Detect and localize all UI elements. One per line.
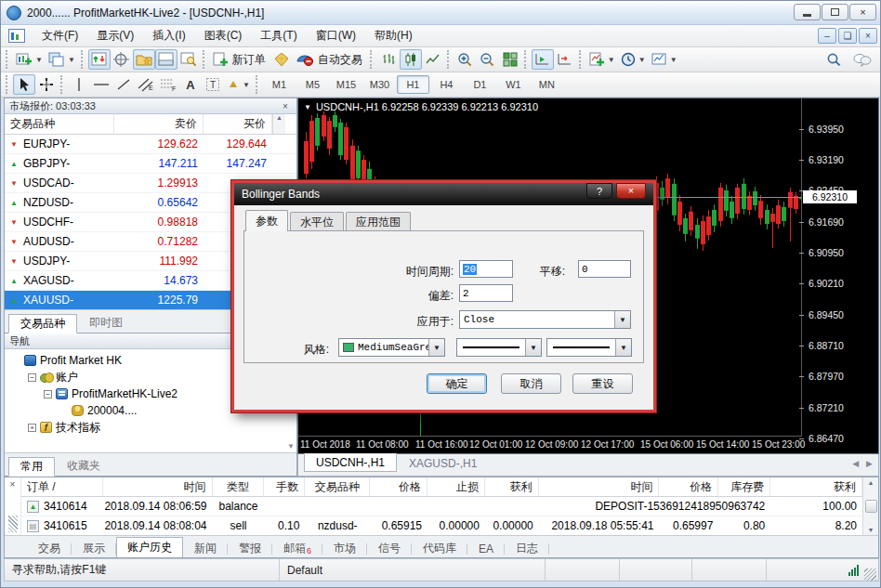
close-icon[interactable]: × — [279, 101, 292, 111]
close-icon[interactable]: × — [10, 479, 16, 490]
timeframe-h4[interactable]: H4 — [430, 75, 463, 94]
text-button[interactable]: A — [179, 74, 202, 95]
dialog-tab-2[interactable]: 水平位 — [290, 212, 344, 231]
timeframe-m30[interactable]: M30 — [363, 75, 396, 94]
terminal-tab-4[interactable]: 新闻 — [183, 539, 228, 557]
dialog-help-button[interactable]: ? — [586, 183, 612, 199]
chart-menu-icon[interactable]: ▼ — [304, 103, 311, 111]
navigator-tab-2[interactable]: 收藏夹 — [55, 456, 112, 476]
new-order-button[interactable]: 新订单 — [210, 49, 270, 70]
terminal-column-header[interactable]: 库存费 — [718, 477, 770, 496]
terminal-tab-10[interactable]: EA — [467, 539, 505, 557]
chart-restore-button[interactable]: ❏ — [838, 28, 857, 44]
time-axis[interactable]: 11 Oct 201811 Oct 08:0011 Oct 16:0012 Oc… — [298, 436, 802, 453]
toolbar-grip[interactable] — [60, 75, 65, 94]
terminal-column-header[interactable]: 获利 — [770, 477, 862, 496]
toolbar-grip[interactable] — [81, 50, 85, 69]
text-label-button[interactable]: T — [202, 74, 224, 95]
zoom-in-button[interactable] — [454, 49, 477, 70]
terminal-tab-6[interactable]: 邮箱6 — [272, 539, 322, 557]
column-header[interactable]: 卖价 — [114, 114, 204, 134]
cancel-button[interactable]: 取消 — [501, 373, 561, 394]
timeframe-mn[interactable]: MN — [531, 75, 563, 94]
terminal-tab-1[interactable]: 交易 — [27, 539, 72, 557]
search-button[interactable] — [822, 49, 845, 70]
timeframe-w1[interactable]: W1 — [497, 75, 530, 94]
terminal-column-header[interactable]: 获利 — [485, 477, 539, 496]
market-watch-row[interactable]: ▼EURJPY-129.622129.644 — [5, 135, 296, 154]
timeframe-d1[interactable]: D1 — [464, 75, 496, 94]
templates-button[interactable]: ▼ — [649, 49, 680, 70]
candlestick-button[interactable] — [400, 49, 422, 70]
line-chart-button[interactable] — [422, 49, 444, 70]
autotrading-button[interactable]: 自动交易 — [293, 49, 367, 70]
scroll-down-icon[interactable]: ▼ — [287, 442, 295, 451]
menu-item[interactable]: 图表(C) — [195, 25, 252, 46]
deviation-input[interactable]: 2 — [459, 284, 513, 302]
timeframe-m5[interactable]: M5 — [296, 75, 329, 94]
scroll-up-icon[interactable]: ▲ — [868, 479, 874, 486]
terminal-column-header[interactable]: 交易品种 — [305, 477, 370, 496]
terminal-tab-11[interactable]: 日志 — [505, 539, 549, 557]
terminal-column-header[interactable]: 时间 — [539, 477, 660, 496]
tile-windows-button[interactable] — [499, 49, 521, 70]
vertical-line-button[interactable] — [68, 74, 90, 95]
terminal-column-header[interactable]: 价格 — [370, 477, 427, 496]
metaeditor-button[interactable] — [270, 49, 293, 70]
bar-chart-button[interactable] — [377, 49, 400, 70]
scroll-thumb[interactable] — [865, 500, 877, 513]
auto-scroll-toggle[interactable] — [532, 49, 554, 70]
zoom-out-button[interactable] — [477, 49, 499, 70]
chart-tab[interactable]: USDCNH-,H1 — [304, 453, 397, 472]
terminal-tab-2[interactable]: 展示 — [72, 539, 116, 557]
column-header[interactable]: 交易品种 — [5, 114, 114, 134]
profiles-button[interactable]: ▼ — [46, 49, 78, 70]
expander-minus-icon[interactable]: − — [28, 373, 36, 382]
fibonacci-button[interactable]: F — [157, 74, 179, 95]
dialog-close-button[interactable]: × — [616, 183, 646, 199]
restore-button[interactable] — [822, 4, 848, 20]
chat-button[interactable] — [850, 49, 874, 70]
ok-button[interactable]: 确定 — [427, 373, 487, 394]
menu-item[interactable]: 窗口(W) — [307, 25, 365, 46]
chevron-down-icon[interactable]: ▼ — [428, 339, 444, 356]
dialog-tab-1[interactable]: 参数 — [245, 210, 288, 231]
chart-close-button[interactable]: × — [859, 28, 877, 44]
terminal-column-header[interactable]: 类型 — [213, 477, 265, 496]
expander-plus-icon[interactable]: + — [28, 424, 36, 432]
chevron-down-icon[interactable]: ▼ — [525, 339, 541, 356]
toolbar-grip[interactable] — [203, 50, 207, 69]
menu-item[interactable]: 工具(T) — [251, 25, 306, 46]
shift-input[interactable]: 0 — [578, 260, 631, 278]
dialog-tab-3[interactable]: 应用范围 — [346, 212, 411, 231]
line-width-select[interactable]: ▼ — [546, 338, 632, 357]
terminal-toggle[interactable] — [155, 49, 178, 70]
terminal-tab-8[interactable]: 信号 — [367, 539, 412, 557]
market-watch-tab-2[interactable]: 即时图 — [77, 313, 135, 333]
arrows-tool-button[interactable]: ▼ — [224, 74, 253, 95]
chart-minimize-button[interactable]: – — [818, 28, 836, 44]
menu-item[interactable]: 帮助(H) — [365, 25, 422, 46]
crosshair-button[interactable] — [35, 74, 58, 95]
menu-item[interactable]: 插入(I) — [143, 25, 194, 46]
period-input[interactable]: 20 — [459, 260, 513, 278]
market-watch-tab-1[interactable]: 交易品种 — [8, 314, 77, 333]
navigator-toggle[interactable] — [133, 49, 155, 70]
terminal-tab-3[interactable]: 账户历史 — [116, 537, 183, 557]
trendline-button[interactable] — [112, 74, 135, 95]
chevron-down-icon[interactable]: ▼ — [615, 339, 631, 356]
scroll-up-icon[interactable]: ▲ — [272, 114, 285, 134]
chevron-down-icon[interactable]: ▼ — [614, 311, 630, 328]
horizontal-line-button[interactable] — [90, 74, 112, 95]
toolbar-grip[interactable] — [524, 50, 529, 69]
periods-button[interactable]: ▼ — [618, 49, 649, 70]
indicators-button[interactable]: ▼ — [586, 49, 618, 70]
timeframe-m15[interactable]: M15 — [330, 75, 362, 94]
toolbar-grip[interactable] — [6, 50, 10, 69]
minimize-button[interactable] — [794, 4, 821, 20]
line-style-select[interactable]: ▼ — [456, 338, 542, 357]
channel-button[interactable]: E — [135, 74, 157, 95]
chart-tab-right-icon[interactable]: ▶ — [866, 459, 873, 468]
dialog-titlebar[interactable]: Bollinger Bands ? × — [234, 183, 653, 205]
price-axis[interactable]: 6.939506.931906.924506.916906.909506.902… — [801, 98, 878, 436]
